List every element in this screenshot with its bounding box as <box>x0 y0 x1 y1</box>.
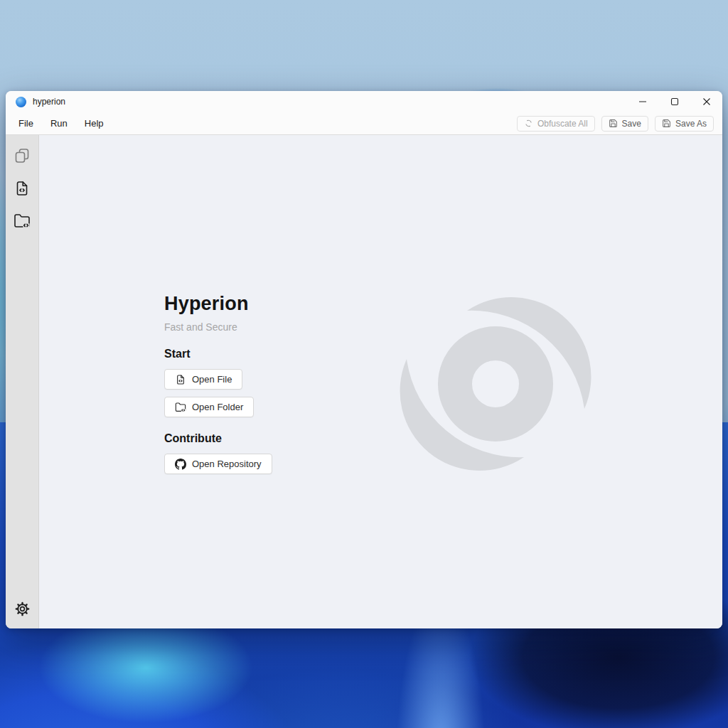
obfuscate-swirl-icon <box>524 119 533 128</box>
window-body: Hyperion Fast and Secure Start Open File <box>6 135 722 628</box>
window-title: hyperion <box>33 97 65 107</box>
open-file-label: Open File <box>192 374 232 385</box>
github-icon <box>175 459 186 470</box>
save-as-floppy-icon <box>662 119 671 128</box>
main-content: Hyperion Fast and Secure Start Open File <box>39 135 722 628</box>
obfuscate-all-button[interactable]: Obfuscate All <box>517 116 595 132</box>
app-logo-icon <box>16 97 26 107</box>
toolbar: Obfuscate All Save Save As <box>517 116 714 132</box>
titlebar: hyperion <box>6 91 722 112</box>
maximize-icon <box>670 97 679 106</box>
save-as-label: Save As <box>675 119 707 129</box>
sidebar-item-folder-code[interactable] <box>11 210 33 232</box>
file-code-icon <box>14 180 31 197</box>
folder-code-icon <box>14 213 31 230</box>
window-controls <box>626 91 722 112</box>
page-title: Hyperion <box>164 293 272 315</box>
contribute-buttons: Open Repository <box>164 454 272 474</box>
save-label: Save <box>622 119 641 129</box>
open-folder-label: Open Folder <box>192 402 243 412</box>
save-button[interactable]: Save <box>601 116 648 132</box>
start-heading: Start <box>164 348 272 360</box>
app-window: hyperion File Run Help <box>6 91 722 628</box>
open-repository-button[interactable]: Open Repository <box>164 454 272 474</box>
page-subtitle: Fast and Secure <box>164 321 272 333</box>
close-icon <box>702 97 711 106</box>
maximize-button[interactable] <box>658 91 690 112</box>
menubar: File Run Help Obfuscate All Save <box>6 112 722 135</box>
sidebar-item-copy[interactable] <box>11 144 33 167</box>
minimize-button[interactable] <box>626 91 658 112</box>
folder-code-icon <box>175 402 186 413</box>
sidebar <box>6 135 39 628</box>
welcome-pane: Hyperion Fast and Secure Start Open File <box>164 293 272 474</box>
desktop: hyperion File Run Help <box>0 0 728 728</box>
menu-file[interactable]: File <box>17 117 35 130</box>
menu-help[interactable]: Help <box>83 117 105 130</box>
menu-run[interactable]: Run <box>49 117 69 130</box>
minimize-icon <box>638 97 647 106</box>
sidebar-item-settings[interactable] <box>11 597 33 620</box>
save-as-button[interactable]: Save As <box>655 116 714 132</box>
file-code-icon <box>175 374 186 385</box>
save-floppy-icon <box>609 119 618 128</box>
hyperion-logo-watermark <box>375 263 616 505</box>
gear-icon <box>14 601 31 617</box>
open-file-button[interactable]: Open File <box>164 369 242 390</box>
obfuscate-all-label: Obfuscate All <box>537 119 588 129</box>
close-button[interactable] <box>690 91 722 112</box>
sidebar-item-file-code[interactable] <box>11 177 33 200</box>
copy-icon <box>14 147 31 164</box>
start-buttons: Open File Open Folder <box>164 369 272 417</box>
contribute-heading: Contribute <box>164 432 272 445</box>
open-folder-button[interactable]: Open Folder <box>164 397 254 417</box>
open-repository-label: Open Repository <box>192 459 262 469</box>
